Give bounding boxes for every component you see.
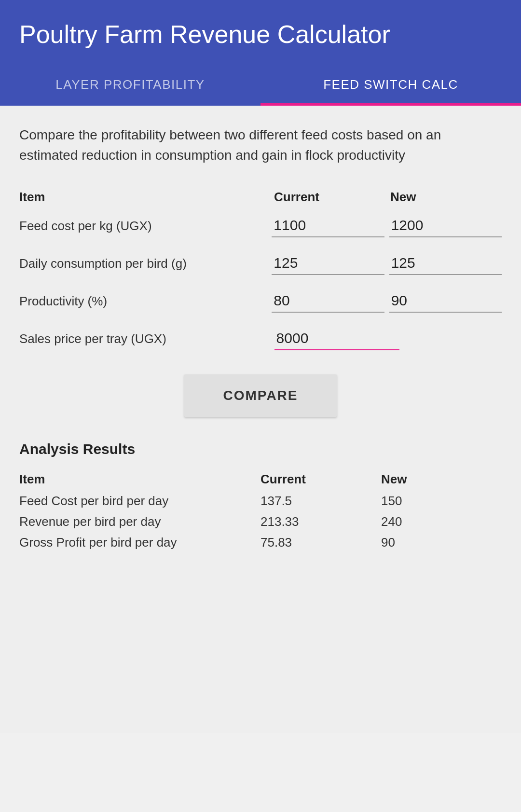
result-new-feed-cost: 150 (381, 494, 502, 509)
new-productivity-cell (384, 289, 502, 313)
results-header-current: Current (260, 472, 381, 487)
results-title: Analysis Results (19, 441, 502, 457)
compare-button[interactable]: COMPARE (184, 374, 336, 417)
results-header-row: Item Current New (19, 472, 502, 487)
header-new-col: New (385, 190, 502, 205)
current-productivity-input[interactable] (272, 289, 384, 313)
result-current-revenue: 213.33 (260, 514, 381, 529)
new-productivity-input[interactable] (389, 289, 502, 313)
main-content: Compare the profitability between two di… (0, 106, 521, 733)
result-row-feed-cost: Feed Cost per bird per day 137.5 150 (19, 494, 502, 509)
row-feed-cost: Feed cost per kg (UGX) (19, 214, 502, 237)
result-label-gross-profit: Gross Profit per bird per day (19, 535, 260, 550)
table-header-row: Item Current New (19, 190, 502, 205)
result-new-gross-profit: 90 (381, 535, 502, 550)
header-current-col: Current (264, 190, 385, 205)
current-consumption-cell (267, 252, 384, 275)
results-header-new: New (381, 472, 502, 487)
result-label-feed-cost: Feed Cost per bird per day (19, 494, 260, 509)
new-feed-cost-cell (384, 214, 502, 237)
page-description: Compare the profitability between two di… (19, 125, 502, 165)
current-productivity-cell (267, 289, 384, 313)
new-consumption-input[interactable] (389, 252, 502, 275)
label-daily-consumption: Daily consumption per bird (g) (19, 256, 267, 275)
tabs-bar: LAYER PROFITABILITY FEED SWITCH CALC (0, 64, 521, 106)
current-consumption-input[interactable] (272, 252, 384, 275)
compare-button-row: COMPARE (19, 374, 502, 417)
result-row-gross-profit: Gross Profit per bird per day 75.83 90 (19, 535, 502, 550)
sales-price-input[interactable] (274, 327, 399, 350)
new-feed-cost-input[interactable] (389, 214, 502, 237)
header-item-col: Item (19, 190, 264, 205)
tab-layer-profitability[interactable]: LAYER PROFITABILITY (0, 64, 260, 106)
header: Poultry Farm Revenue Calculator (0, 0, 521, 64)
tab-feed-switch-calc[interactable]: FEED SWITCH CALC (260, 64, 521, 106)
sales-price-cell (270, 327, 502, 350)
current-feed-cost-cell (267, 214, 384, 237)
results-header-item: Item (19, 472, 260, 487)
result-current-feed-cost: 137.5 (260, 494, 381, 509)
row-sales-price: Sales price per tray (UGX) (19, 327, 502, 350)
label-productivity: Productivity (%) (19, 294, 267, 313)
label-sales-price: Sales price per tray (UGX) (19, 331, 270, 350)
result-row-revenue: Revenue per bird per day 213.33 240 (19, 514, 502, 529)
input-table: Item Current New Feed cost per kg (UGX) … (19, 190, 502, 350)
new-consumption-cell (384, 252, 502, 275)
row-daily-consumption: Daily consumption per bird (g) (19, 252, 502, 275)
result-new-revenue: 240 (381, 514, 502, 529)
result-label-revenue: Revenue per bird per day (19, 514, 260, 529)
row-productivity: Productivity (%) (19, 289, 502, 313)
result-current-gross-profit: 75.83 (260, 535, 381, 550)
app-title: Poultry Farm Revenue Calculator (19, 19, 502, 49)
current-feed-cost-input[interactable] (272, 214, 384, 237)
results-section: Analysis Results Item Current New Feed C… (19, 441, 502, 550)
label-feed-cost: Feed cost per kg (UGX) (19, 219, 267, 237)
